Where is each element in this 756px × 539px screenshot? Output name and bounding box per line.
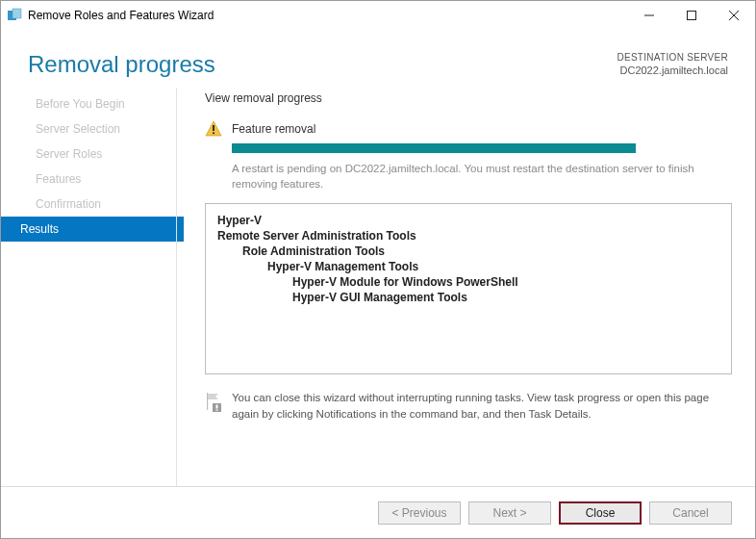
svg-rect-8 — [213, 132, 214, 134]
close-button[interactable]: Close — [559, 501, 642, 525]
status-row: Feature removal — [205, 120, 732, 138]
titlebar: Remove Roles and Features Wizard — [1, 1, 755, 30]
result-item: Role Administration Tools — [217, 244, 719, 258]
results-box: Hyper-V Remote Server Administration Too… — [205, 203, 732, 374]
wizard-window: Remove Roles and Features Wizard Removal… — [0, 0, 756, 539]
progress-bar — [232, 143, 636, 153]
next-button: Next > — [468, 501, 551, 525]
step-before-you-begin: Before You Begin — [1, 91, 184, 116]
step-features: Features — [1, 167, 184, 192]
wizard-steps: Before You Begin Server Selection Server… — [1, 88, 184, 242]
result-item: Hyper-V GUI Management Tools — [217, 291, 719, 304]
result-item: Hyper-V — [217, 214, 719, 227]
step-server-roles: Server Roles — [1, 141, 184, 167]
destination-info: DESTINATION SERVER DC2022.jamiltech.loca… — [617, 51, 728, 77]
cancel-button: Cancel — [649, 501, 732, 525]
warning-icon — [205, 120, 222, 138]
destination-label: DESTINATION SERVER — [617, 51, 728, 64]
svg-rect-7 — [213, 125, 214, 131]
svg-rect-1 — [13, 9, 21, 18]
svg-rect-12 — [216, 410, 218, 411]
sidebar-divider — [176, 88, 177, 486]
svg-rect-3 — [688, 12, 696, 20]
window-title: Remove Roles and Features Wizard — [28, 9, 628, 22]
hint-text: You can close this wizard without interr… — [232, 390, 726, 424]
hint-row: You can close this wizard without interr… — [205, 390, 732, 424]
flag-icon — [205, 392, 222, 413]
restart-message: A restart is pending on DC2022.jamiltech… — [232, 161, 732, 192]
wizard-header: Removal progress DESTINATION SERVER DC20… — [1, 30, 755, 88]
result-item: Remote Server Administration Tools — [217, 229, 719, 243]
main-panel: View removal progress Feature removal A … — [184, 88, 742, 486]
window-controls — [628, 1, 755, 30]
svg-rect-11 — [216, 405, 218, 409]
minimize-button[interactable] — [628, 1, 670, 30]
view-progress-label: View removal progress — [205, 91, 732, 105]
server-manager-icon — [7, 8, 22, 23]
maximize-button[interactable] — [670, 1, 713, 30]
step-confirmation: Confirmation — [1, 192, 184, 217]
previous-button: < Previous — [378, 501, 461, 525]
step-server-selection: Server Selection — [1, 116, 184, 141]
step-results: Results — [1, 217, 184, 242]
wizard-footer: < Previous Next > Close Cancel — [1, 486, 755, 538]
sidebar-wrap: Before You Begin Server Selection Server… — [1, 88, 184, 486]
result-item: Hyper-V Management Tools — [217, 260, 719, 273]
status-text: Feature removal — [232, 122, 315, 136]
destination-server: DC2022.jamiltech.local — [617, 64, 728, 77]
page-title: Removal progress — [28, 51, 617, 78]
result-item: Hyper-V Module for Windows PowerShell — [217, 275, 719, 289]
wizard-body: Before You Begin Server Selection Server… — [1, 88, 755, 486]
close-window-button[interactable] — [713, 1, 755, 30]
